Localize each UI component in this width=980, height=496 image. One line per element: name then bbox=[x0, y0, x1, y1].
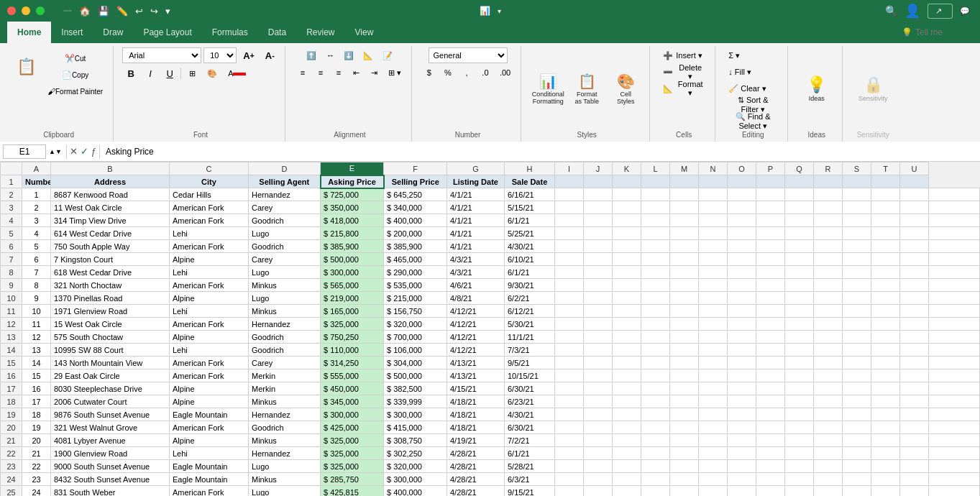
cell-row11-col7[interactable]: 6/12/21 bbox=[505, 305, 555, 318]
cell-row13-col12[interactable] bbox=[670, 331, 699, 344]
cell-row15-col6[interactable]: 4/13/21 bbox=[447, 357, 505, 369]
cell-row21-col15[interactable] bbox=[756, 434, 785, 447]
cell-row18-col1[interactable]: 2006 Cutwater Court bbox=[51, 395, 170, 408]
cell-k1[interactable] bbox=[613, 175, 641, 188]
cell-row3-col21[interactable] bbox=[929, 201, 980, 214]
cell-row23-col15[interactable] bbox=[756, 460, 785, 473]
cell-row2-col21[interactable] bbox=[929, 188, 980, 201]
cell-row2-col16[interactable] bbox=[785, 188, 814, 201]
cell-row16-col6[interactable]: 4/13/21 bbox=[447, 369, 505, 382]
cell-row14-col18[interactable] bbox=[843, 344, 871, 357]
cell-row18-col4[interactable]: $ 345,000 bbox=[321, 395, 384, 408]
cell-row24-col6[interactable]: 4/28/21 bbox=[447, 473, 505, 486]
cell-row16-col20[interactable] bbox=[900, 369, 929, 382]
cell-row3-col5[interactable]: $ 340,000 bbox=[384, 201, 447, 214]
cell-row9-col4[interactable]: $ 565,000 bbox=[321, 279, 384, 292]
cell-row14-col0[interactable]: 13 bbox=[22, 344, 51, 357]
cell-row4-col20[interactable] bbox=[900, 214, 929, 227]
cell-row25-col0[interactable]: 24 bbox=[22, 486, 51, 497]
cell-row24-col10[interactable] bbox=[613, 473, 641, 486]
cell-row10-col8[interactable] bbox=[555, 292, 584, 305]
cell-row22-col18[interactable] bbox=[843, 447, 871, 460]
cell-b1[interactable]: Address bbox=[51, 175, 170, 188]
cell-row2-col1[interactable]: 8687 Kenwood Road bbox=[51, 188, 170, 201]
cell-row9-col18[interactable] bbox=[843, 279, 871, 292]
cell-row5-col14[interactable] bbox=[728, 227, 756, 240]
cell-row9-col7[interactable]: 9/30/21 bbox=[505, 279, 555, 292]
cell-row13-col4[interactable]: $ 750,250 bbox=[321, 331, 384, 344]
cell-row21-col4[interactable]: $ 325,000 bbox=[321, 434, 384, 447]
cell-row25-col3[interactable]: Lugo bbox=[249, 486, 321, 497]
copy-button[interactable]: 📄 Copy bbox=[43, 67, 107, 83]
cell-row17-col3[interactable]: Merkin bbox=[249, 382, 321, 395]
cell-row12-col13[interactable] bbox=[699, 318, 728, 331]
cell-row10-col3[interactable]: Lugo bbox=[249, 292, 321, 305]
cell-row18-col0[interactable]: 17 bbox=[22, 395, 51, 408]
cell-row2-col7[interactable]: 6/16/21 bbox=[505, 188, 555, 201]
cell-row2-col18[interactable] bbox=[843, 188, 871, 201]
cell-row15-col15[interactable] bbox=[756, 357, 785, 369]
cell-row4-col16[interactable] bbox=[785, 214, 814, 227]
cell-row16-col10[interactable] bbox=[613, 369, 641, 382]
cell-row21-col1[interactable]: 4081 Lybyer Avenue bbox=[51, 434, 170, 447]
cell-row20-col0[interactable]: 19 bbox=[22, 421, 51, 434]
cell-row25-col17[interactable] bbox=[814, 486, 843, 497]
number-format-select[interactable]: General bbox=[429, 47, 508, 63]
cell-row9-col21[interactable] bbox=[929, 279, 980, 292]
cell-row6-col4[interactable]: $ 385,900 bbox=[321, 240, 384, 253]
col-header-r[interactable]: R bbox=[814, 162, 843, 175]
increase-decimal-button[interactable]: .00 bbox=[495, 65, 515, 81]
cell-row15-col9[interactable] bbox=[584, 357, 613, 369]
cell-row23-col5[interactable]: $ 320,000 bbox=[384, 460, 447, 473]
cell-row6-col9[interactable] bbox=[584, 240, 613, 253]
cell-row13-col19[interactable] bbox=[871, 331, 900, 344]
cell-row5-col13[interactable] bbox=[699, 227, 728, 240]
cell-row7-col4[interactable]: $ 500,000 bbox=[321, 253, 384, 266]
cell-row21-col14[interactable] bbox=[728, 434, 756, 447]
cell-row3-col9[interactable] bbox=[584, 201, 613, 214]
cell-row10-col7[interactable]: 6/2/21 bbox=[505, 292, 555, 305]
col-header-t[interactable]: T bbox=[871, 162, 900, 175]
cell-q1[interactable] bbox=[785, 175, 814, 188]
italic-button[interactable]: I bbox=[142, 65, 159, 81]
cell-row8-col12[interactable] bbox=[670, 266, 699, 279]
cell-row24-col14[interactable] bbox=[728, 473, 756, 486]
cell-row14-col17[interactable] bbox=[814, 344, 843, 357]
cell-row12-col17[interactable] bbox=[814, 318, 843, 331]
cell-row17-col16[interactable] bbox=[785, 382, 814, 395]
cell-row17-col13[interactable] bbox=[699, 382, 728, 395]
bottom-align-button[interactable]: ⬇️ bbox=[339, 47, 358, 63]
cell-row14-col8[interactable] bbox=[555, 344, 584, 357]
cell-row21-col19[interactable] bbox=[871, 434, 900, 447]
cell-row17-col4[interactable]: $ 450,000 bbox=[321, 382, 384, 395]
cell-row4-col7[interactable]: 6/1/21 bbox=[505, 214, 555, 227]
orientation-button[interactable]: 📐 bbox=[359, 47, 377, 63]
cell-row3-col16[interactable] bbox=[785, 201, 814, 214]
cell-row19-col16[interactable] bbox=[785, 408, 814, 421]
cell-row23-col17[interactable] bbox=[814, 460, 843, 473]
edit-icon[interactable]: ✏️ bbox=[115, 4, 129, 18]
search-icon[interactable]: 🔍 bbox=[885, 5, 897, 17]
decrease-decimal-button[interactable]: .0 bbox=[477, 65, 494, 81]
merge-center-button[interactable]: ⊞ ▾ bbox=[384, 65, 406, 81]
col-header-l[interactable]: L bbox=[641, 162, 670, 175]
cell-row6-col11[interactable] bbox=[641, 240, 670, 253]
cell-row2-col19[interactable] bbox=[871, 188, 900, 201]
cell-n1[interactable] bbox=[699, 175, 728, 188]
cell-row5-col12[interactable] bbox=[670, 227, 699, 240]
cell-row16-col19[interactable] bbox=[871, 369, 900, 382]
cell-row17-col5[interactable]: $ 382,500 bbox=[384, 382, 447, 395]
cell-row23-col8[interactable] bbox=[555, 460, 584, 473]
cell-row9-col16[interactable] bbox=[785, 279, 814, 292]
cell-row23-col19[interactable] bbox=[871, 460, 900, 473]
cell-row19-col13[interactable] bbox=[699, 408, 728, 421]
cell-row13-col1[interactable]: 575 South Choctaw bbox=[51, 331, 170, 344]
align-center-button[interactable]: ≡ bbox=[312, 65, 329, 81]
tab-insert[interactable]: Insert bbox=[51, 22, 93, 43]
cell-row9-col2[interactable]: American Fork bbox=[170, 279, 249, 292]
cell-t1[interactable] bbox=[871, 175, 900, 188]
cell-row9-col15[interactable] bbox=[756, 279, 785, 292]
cell-row8-col19[interactable] bbox=[871, 266, 900, 279]
cell-row2-col5[interactable]: $ 645,250 bbox=[384, 188, 447, 201]
col-header-a[interactable]: A bbox=[22, 162, 51, 175]
